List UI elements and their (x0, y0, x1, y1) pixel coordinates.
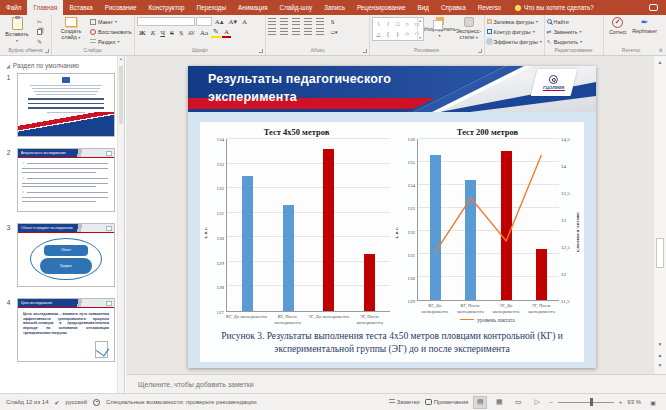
section-button[interactable]: Раздел▾ (90, 37, 132, 46)
dialog-launcher-icon[interactable] (259, 49, 263, 53)
thumbnail-slide-3[interactable]: Объект и предмет исследованияОбъектПредм… (17, 223, 115, 287)
find-button[interactable]: Найти (547, 17, 569, 26)
dialog-launcher-icon[interactable] (478, 49, 482, 53)
shape-arrow-icon[interactable]: / (387, 21, 389, 27)
chart-test-4x50[interactable]: Тест 4х50 метровt, в с.12712812913013113… (202, 124, 391, 326)
slide-sorter-view-button[interactable]: ▦ (492, 396, 506, 409)
layout-button[interactable]: Макет▾ (90, 17, 132, 26)
decrease-font-button[interactable]: A▾ (226, 18, 239, 26)
shape-line-icon[interactable]: \ (378, 21, 380, 27)
bullets-button[interactable] (268, 18, 276, 25)
paste-button[interactable]: Вставить▾ (2, 17, 32, 44)
figure-caption[interactable]: Рисунок 3. Результаты выполнения теста 4… (200, 326, 584, 362)
reading-view-button[interactable]: ▭ (511, 396, 525, 409)
increase-indent-button[interactable] (304, 18, 312, 25)
slideshow-button[interactable]: ▷ (530, 396, 544, 409)
tab-справка[interactable]: Справка (435, 0, 472, 15)
zoom-percentage[interactable]: 93 % (627, 399, 641, 405)
tab-главная[interactable]: Главная (27, 0, 63, 15)
language-indicator[interactable]: русский (66, 399, 88, 405)
underline-button[interactable]: Ч (158, 29, 167, 37)
bold-button[interactable]: Ж (137, 29, 148, 37)
tab-рецензирование[interactable]: Рецензирование (351, 0, 412, 15)
shape-star-icon[interactable]: ☆ (405, 31, 410, 37)
next-slide-button[interactable]: ▼ (654, 360, 666, 370)
shape-fill-button[interactable]: Заливка фигуры▾ (487, 17, 538, 26)
shape-brace2-icon[interactable]: } (397, 31, 399, 37)
fit-to-window-button[interactable]: ▣ (646, 396, 660, 409)
thumbnail-item[interactable]: 3Объект и предмет исследованияОбъектПред… (0, 223, 124, 287)
slide-body[interactable]: Тест 4х50 метровt, в с.12712812913013113… (188, 112, 596, 368)
quick-styles-button[interactable]: Экспресс-стили ▾ (456, 17, 482, 41)
select-button[interactable]: ↖Выделить▾ (547, 37, 582, 46)
justify-button[interactable] (304, 28, 312, 35)
shape-effects-button[interactable]: Эффекты фигуры▾ (487, 37, 542, 46)
text-direction-button[interactable]: ⇅ (328, 19, 336, 25)
zoom-in-button[interactable]: + (619, 399, 623, 405)
increase-font-button[interactable]: A▴ (213, 18, 226, 26)
clear-formatting-button[interactable]: A (240, 18, 249, 26)
arrange-button[interactable]: Упорядочить▾ (426, 17, 454, 39)
shapes-scrollbar[interactable]: ▴▾ (417, 18, 423, 40)
align-right-button[interactable] (292, 28, 300, 35)
zoom-slider[interactable] (558, 402, 614, 403)
columns-button[interactable] (316, 28, 324, 35)
tab-вид[interactable]: Вид (412, 0, 435, 15)
slide-editing-canvas[interactable]: Результаты педагогического эксперимента … (126, 56, 653, 374)
scroll-down-button[interactable]: ▼ (654, 338, 666, 350)
notes-pane[interactable]: Щелкните, чтобы добавить заметки (126, 374, 666, 393)
tab-слайд-шоу[interactable]: Слайд-шоу (274, 0, 319, 15)
slide-title[interactable]: Результаты педагогического эксперимента (208, 70, 391, 106)
align-center-button[interactable] (280, 28, 288, 35)
shape-oval-icon[interactable]: ○ (406, 21, 409, 27)
chart-test-200[interactable]: Тест 200 метровt, в с.129130131132133134… (393, 124, 582, 326)
thumbnail-slide-4[interactable]: Цель исследованияЦель исследования – выя… (17, 298, 115, 362)
reverso-correct-button[interactable]: ✓Correct (606, 17, 630, 35)
charts-panel[interactable]: Тест 4х50 метровt, в с.12712812913013113… (200, 122, 584, 362)
align-left-button[interactable] (268, 28, 276, 35)
tab-конструктор[interactable]: Конструктор (143, 0, 191, 15)
scrollbar-thumb[interactable] (656, 238, 664, 268)
zoom-out-button[interactable]: − (549, 399, 553, 405)
tab-анимация[interactable]: Анимация (232, 0, 274, 15)
spellcheck-icon[interactable]: ✔ (54, 399, 59, 406)
tab-файл[interactable]: Файл (0, 0, 27, 15)
shape-rectangle-icon[interactable]: □ (396, 21, 399, 27)
vertical-scrollbar[interactable]: ▲ ▼ ▲ ▼ (653, 56, 666, 374)
format-painter-button[interactable]: ✎ (34, 37, 45, 46)
copy-button[interactable] (34, 27, 45, 36)
character-spacing-button[interactable]: AV (186, 30, 197, 36)
shapes-gallery[interactable]: \ / □ ○ ▭ △ { } ☆ ◠ ▴▾ (372, 17, 424, 41)
zoom-slider-thumb[interactable] (590, 398, 593, 406)
collapse-ribbon-button[interactable]: ∧ (659, 46, 663, 53)
tab-вставка[interactable]: Вставка (63, 0, 98, 15)
text-shadow-button[interactable]: S (177, 29, 185, 37)
thumbnail-slide-2[interactable]: Актуальность исследования✓✓✓ (17, 148, 115, 212)
smartart-convert-button[interactable]: ▭▾ (328, 29, 339, 35)
dialog-launcher-icon[interactable] (363, 49, 367, 53)
decrease-indent-button[interactable] (292, 18, 300, 25)
reset-slide-button[interactable]: Восстановить (90, 27, 132, 36)
reverso-rephraser-button[interactable]: ✒Rephraser (633, 17, 657, 34)
scroll-up-button[interactable]: ▲ (654, 56, 666, 68)
section-header[interactable]: ◢ Раздел по умолчанию (0, 56, 124, 73)
slide-title-banner[interactable]: Результаты педагогического эксперимента … (188, 66, 596, 112)
change-case-button[interactable]: Аа (198, 29, 210, 37)
shape-outline-button[interactable]: Контур фигуры▾ (487, 27, 535, 36)
font-name-select[interactable] (137, 17, 195, 26)
accessibility-status[interactable]: Специальные возможности: проверьте реком… (106, 399, 256, 405)
thumbnail-item[interactable]: 2Актуальность исследования✓✓✓ (0, 148, 124, 212)
panel-scrollbar[interactable]: ▴ (117, 56, 124, 393)
shape-brace-icon[interactable]: { (387, 31, 389, 37)
tell-me-box[interactable]: Что вы хотите сделать? (507, 0, 602, 15)
scroll-up-icon[interactable]: ▴ (120, 56, 122, 61)
thumbnail-item[interactable]: 1 (0, 73, 124, 137)
numbering-button[interactable] (280, 18, 288, 25)
new-slide-button[interactable]: Создать слайд ▾ (54, 17, 88, 41)
tab-рисование[interactable]: Рисование (99, 0, 143, 15)
line-spacing-button[interactable] (316, 18, 324, 25)
shape-triangle-icon[interactable]: △ (376, 31, 380, 37)
thumbnail-item[interactable]: 4Цель исследованияЦель исследования – вы… (0, 298, 124, 362)
dialog-launcher-icon[interactable] (45, 49, 49, 53)
thumbnail-slide-1[interactable] (17, 73, 115, 137)
